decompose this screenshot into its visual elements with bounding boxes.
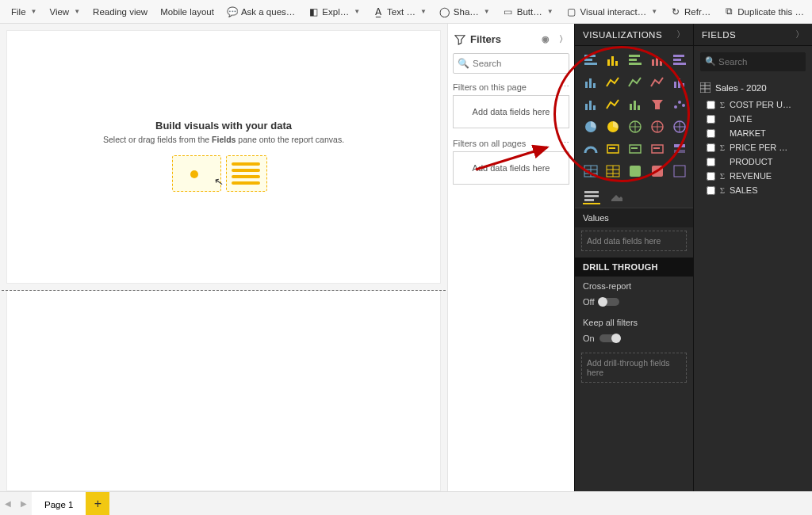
chevron-down-icon: ▼ xyxy=(31,8,37,15)
viz-line-clustered-column-icon[interactable] xyxy=(581,95,600,114)
btn-ask-question[interactable]: 💬Ask a ques… xyxy=(220,0,301,23)
search-icon: 🔍 xyxy=(458,58,469,69)
viz-area-icon[interactable] xyxy=(626,73,645,92)
field-item[interactable]: DATE xyxy=(694,112,812,126)
viz-gauge-icon[interactable] xyxy=(581,139,600,158)
field-checkbox[interactable] xyxy=(707,101,715,109)
chevron-down-icon: ▼ xyxy=(74,8,80,15)
field-item[interactable]: ΣREVENUE xyxy=(694,169,812,183)
show-hide-icon[interactable]: ◉ xyxy=(542,34,550,44)
interactions-icon: ▢ xyxy=(566,6,577,17)
filters-page-dropzone[interactable]: Add data fields here xyxy=(453,95,569,128)
svg-rect-21 xyxy=(585,104,588,110)
svg-rect-23 xyxy=(593,105,596,110)
viz-line-stacked-column-icon[interactable] xyxy=(670,73,689,92)
field-checkbox[interactable] xyxy=(707,115,715,124)
filters-all-dropzone[interactable]: Add data fields here xyxy=(453,151,569,185)
chevron-right-icon[interactable]: 〉 xyxy=(795,29,805,40)
viz-waterfall-icon[interactable] xyxy=(626,95,645,114)
viz-hundred-bar-icon[interactable] xyxy=(670,51,689,70)
viz-multi-row-card-icon[interactable] xyxy=(626,139,645,158)
viz-filled-map-icon[interactable] xyxy=(670,117,689,136)
report-canvas[interactable]: Build visuals with your data Select or d… xyxy=(6,30,441,284)
filters-title: Filters xyxy=(470,33,501,45)
field-checkbox[interactable] xyxy=(707,143,715,152)
btn-reading-view[interactable]: Reading view xyxy=(86,0,154,23)
viz-tab-fields[interactable] xyxy=(583,189,600,204)
more-icon[interactable]: ⋯ xyxy=(561,138,569,148)
btn-duplicate[interactable]: ⧉Duplicate this … xyxy=(717,0,810,23)
viz-values-dropzone[interactable]: Add data fields here xyxy=(581,231,687,251)
viz-pie-icon[interactable] xyxy=(581,117,600,136)
field-checkbox[interactable] xyxy=(707,172,715,181)
report-canvas-area: Build visuals with your data Select or d… xyxy=(0,24,447,491)
field-item[interactable]: PRODUCT xyxy=(694,154,812,169)
btn-explore[interactable]: ◧Expl…▼ xyxy=(301,0,366,23)
more-icon[interactable]: ⋯ xyxy=(561,82,569,92)
expand-icon[interactable]: 〉 xyxy=(559,33,568,45)
btn-text-box[interactable]: A̲Text …▼ xyxy=(366,0,433,23)
sigma-icon: Σ xyxy=(718,185,726,195)
viz-ribbon-icon[interactable] xyxy=(603,95,622,114)
explore-icon: ◧ xyxy=(308,6,319,17)
viz-clustered-bar-icon[interactable] xyxy=(626,51,645,70)
menu-file[interactable]: File▼ xyxy=(5,0,43,23)
field-item[interactable]: MARKET xyxy=(694,126,812,140)
viz-card-icon[interactable] xyxy=(603,139,622,158)
drill-through-dropzone[interactable]: Add drill-through fields here xyxy=(581,353,687,383)
btn-buttons[interactable]: ▭Butt…▼ xyxy=(496,0,560,23)
viz-clustered-column-icon[interactable] xyxy=(648,51,667,70)
viz-stacked-column-icon[interactable] xyxy=(603,51,622,70)
svg-rect-11 xyxy=(660,61,662,66)
field-item[interactable]: ΣSALES xyxy=(694,183,812,197)
btn-refresh[interactable]: ↻Refr… xyxy=(664,0,717,23)
page-tab[interactable]: Page 1 xyxy=(32,492,86,515)
viz-donut-icon[interactable] xyxy=(603,117,622,136)
svg-rect-13 xyxy=(673,59,681,61)
btn-visual-interactions[interactable]: ▢Visual interact…▼ xyxy=(560,0,664,23)
viz-stacked-area-icon[interactable] xyxy=(648,73,667,92)
keep-filters-toggle[interactable]: On xyxy=(575,332,628,349)
viz-kpi-icon[interactable] xyxy=(648,139,667,158)
page-nav-prev[interactable]: ◀ xyxy=(0,492,16,515)
menu-view[interactable]: View▼ xyxy=(43,0,86,23)
viz-values-label: Values xyxy=(575,208,693,227)
btn-shapes[interactable]: ◯Sha…▼ xyxy=(433,0,496,23)
visualizations-panel: VISUALIZATIONS〉 Values Add data fields h… xyxy=(574,24,693,491)
svg-rect-10 xyxy=(656,56,658,66)
svg-rect-12 xyxy=(673,55,684,57)
viz-funnel-icon[interactable] xyxy=(648,95,667,114)
page-nav-next[interactable]: ▶ xyxy=(16,492,32,515)
viz-stacked-bar-icon[interactable] xyxy=(581,51,600,70)
field-checkbox[interactable] xyxy=(707,158,715,166)
page-add-button[interactable]: + xyxy=(86,492,109,515)
viz-matrix-icon[interactable] xyxy=(603,162,622,181)
viz-line-icon[interactable] xyxy=(603,73,622,92)
fields-table-header[interactable]: Sales - 2020 xyxy=(694,78,812,97)
viz-py-visual-icon[interactable] xyxy=(648,162,667,181)
btn-mobile-layout[interactable]: Mobile layout xyxy=(154,0,220,23)
svg-rect-24 xyxy=(630,104,632,110)
viz-map-icon[interactable] xyxy=(648,117,667,136)
svg-rect-1 xyxy=(584,59,592,61)
viz-table-icon[interactable] xyxy=(581,162,600,181)
filters-panel: Filters ◉ 〉 🔍 Filters on this page⋯ Add … xyxy=(447,24,574,491)
field-item[interactable]: ΣCOST PER U… xyxy=(694,97,812,112)
field-checkbox[interactable] xyxy=(707,129,715,138)
field-checkbox[interactable] xyxy=(707,186,715,195)
svg-rect-3 xyxy=(607,59,610,66)
viz-tab-format[interactable] xyxy=(608,189,626,204)
viz-r-visual-icon[interactable] xyxy=(626,162,645,181)
viz-treemap-icon[interactable] xyxy=(626,117,645,136)
cross-report-toggle[interactable]: Off xyxy=(575,296,627,313)
chevron-right-icon[interactable]: 〉 xyxy=(676,29,686,40)
field-item[interactable]: ΣPRICE PER … xyxy=(694,140,812,154)
filters-all-label: Filters on all pages xyxy=(453,139,526,148)
viz-slicer-icon[interactable] xyxy=(670,139,689,158)
viz-scatter-icon[interactable] xyxy=(670,95,689,114)
viz-hundred-column-icon[interactable] xyxy=(581,73,600,92)
field-name: DATE xyxy=(730,114,753,124)
viz-key-influencers-icon[interactable] xyxy=(670,162,689,181)
filters-search-input[interactable] xyxy=(453,53,569,74)
svg-rect-8 xyxy=(629,63,642,65)
